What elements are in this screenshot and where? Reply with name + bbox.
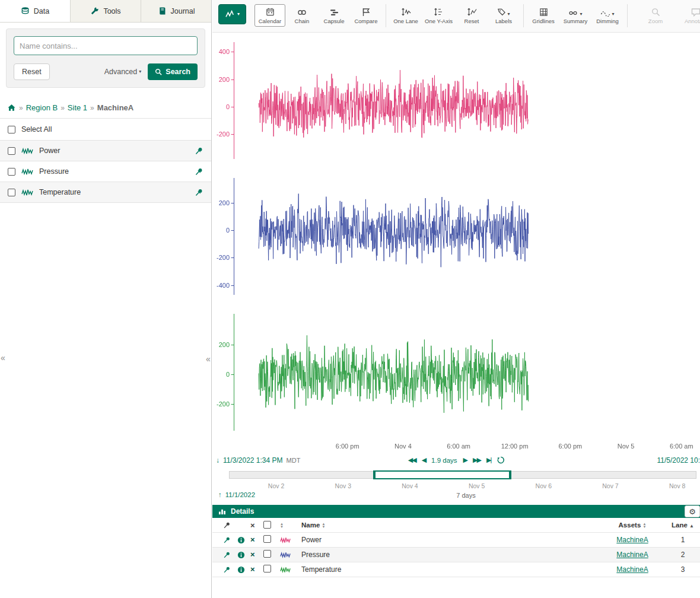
view-mode-button[interactable]: ▾ [218,4,246,24]
range-start-arrow-icon: ↓ [216,456,219,465]
info-icon[interactable] [237,551,245,559]
scrubber-date: Nov 3 [335,482,351,489]
details-panel-header: Details ⚙ [212,505,700,518]
details-col-name[interactable]: Name [301,521,320,529]
toolbar-labels[interactable]: ▾ Labels [488,4,519,27]
breadcrumb-region-link[interactable]: Region B [26,103,58,112]
trend-toolbar: ▾ Calendar Chain Capsule Compare On [212,0,700,33]
step-to-end-icon[interactable]: ▶| [486,456,491,464]
details-header-row: × ▲▼ Name ▲▼ Assets ▲▼ Lane ▲ [212,518,700,533]
reset-axes-icon [467,7,477,17]
toolbar-label: Reset [464,18,479,24]
sort-ascending-icon[interactable]: ▲ [689,523,694,529]
scrubber-date: Nov 4 [402,482,418,489]
sort-icon[interactable]: ▲▼ [642,523,646,529]
toolbar-chain[interactable]: Chain [287,4,317,27]
pin-icon[interactable] [223,566,231,574]
toolbar-reset[interactable]: Reset [456,4,487,27]
row-checkbox[interactable] [263,535,271,543]
tab-tools[interactable]: Tools [71,0,141,22]
toolbar-summary[interactable]: ▾ Summary [560,4,591,27]
toolbar-one-y-axis[interactable]: One Y-Axis [422,4,455,27]
details-settings-button[interactable]: ⚙ [685,505,700,517]
pin-icon[interactable] [223,536,231,544]
breadcrumb-separator: » [90,104,94,112]
breadcrumb-separator: » [61,104,65,112]
trend-chart-canvas[interactable] [212,33,700,454]
pin-icon[interactable] [223,551,231,559]
scrubber-window[interactable] [373,470,511,479]
pin-icon[interactable] [195,188,203,197]
reset-button[interactable]: Reset [14,63,50,80]
signal-name: Temperature [39,188,81,196]
pin-column-icon[interactable] [223,521,231,529]
app-window: Data Tools Journal Reset Advanced ▾ [0,0,700,598]
range-start-date[interactable]: 11/3/2022 1:34 PM [223,456,283,465]
tab-journal[interactable]: Journal [141,0,211,22]
select-all-row: Select All [0,119,211,141]
search-button[interactable]: Search [148,63,198,80]
remove-icon[interactable]: × [250,550,255,559]
toolbar-gridlines[interactable]: Gridlines [528,4,559,27]
signal-checkbox[interactable] [8,189,15,196]
pin-icon[interactable] [195,147,203,155]
scrubber-track[interactable] [229,471,696,479]
step-forward-icon[interactable]: ▶ [463,456,467,464]
details-select-all-checkbox[interactable] [263,521,271,529]
step-forward-fast-icon[interactable]: ▶▶ [473,456,481,464]
signal-name: Power [39,147,60,155]
collapse-left-panel-icon[interactable]: « [1,354,5,362]
dimming-icon [600,9,610,17]
signal-row-power[interactable]: Power [0,141,211,161]
step-back-icon[interactable]: ◀ [422,456,425,464]
toolbar-dimming[interactable]: ▾ Dimming [592,4,623,27]
home-icon[interactable] [7,103,16,112]
signal-row-pressure[interactable]: Pressure [0,161,211,182]
asset-link[interactable]: MachineA [616,551,648,559]
info-icon[interactable] [237,566,245,574]
signal-checkbox[interactable] [8,168,15,176]
row-checkbox[interactable] [263,565,271,572]
toolbar-capsule[interactable]: Capsule [319,4,349,27]
breadcrumb-separator: » [19,104,23,112]
tab-journal-label: Journal [171,7,195,15]
details-col-lane[interactable]: Lane [672,521,688,529]
asset-link[interactable]: MachineA [616,565,648,574]
one-lane-icon [401,7,411,17]
sort-icon[interactable]: ▲▼ [322,523,326,529]
remove-icon[interactable]: × [250,535,255,544]
range-timezone[interactable]: MDT [287,457,301,464]
toolbar-label: Gridlines [532,18,555,24]
toolbar-label: Calendar [259,18,282,24]
remove-icon[interactable]: × [250,565,255,574]
anchor-date[interactable]: 11/1/2022 [225,491,255,498]
range-end-date[interactable]: 11/5/2022 10: [657,456,700,465]
select-all-checkbox[interactable] [8,126,15,133]
toolbar-calendar[interactable]: Calendar [254,4,285,27]
toolbar-compare[interactable]: Compare [351,4,381,27]
details-col-assets[interactable]: Assets [619,521,641,529]
tab-data-label: Data [34,7,49,15]
toolbar-one-lane[interactable]: One Lane [390,4,421,27]
refresh-icon[interactable] [497,456,504,464]
row-checkbox[interactable] [263,550,271,558]
breadcrumb-site-link[interactable]: Site 1 [68,103,87,112]
advanced-toggle[interactable]: Advanced ▾ [104,68,142,76]
asset-link[interactable]: MachineA [616,536,648,544]
details-row-pressure: × Pressure MachineA 2 [212,548,700,562]
info-icon[interactable] [237,536,245,544]
sort-icon[interactable]: ▲▼ [280,523,284,529]
signal-row-temperature[interactable]: Temperature [0,182,211,203]
pin-icon[interactable] [195,167,203,176]
signal-checkbox[interactable] [8,147,15,155]
lane-number: 3 [681,565,685,574]
capsule-icon [330,8,339,17]
range-duration[interactable]: 1.9 days [431,457,457,464]
signal-icon [280,551,291,559]
tab-data[interactable]: Data [0,0,71,22]
lane-number: 1 [681,536,685,544]
search-input[interactable] [14,36,198,55]
collapse-sidebar-icon[interactable]: « [206,355,211,363]
remove-column-icon[interactable]: × [250,521,255,530]
step-back-fast-icon[interactable]: ◀◀ [408,456,416,464]
